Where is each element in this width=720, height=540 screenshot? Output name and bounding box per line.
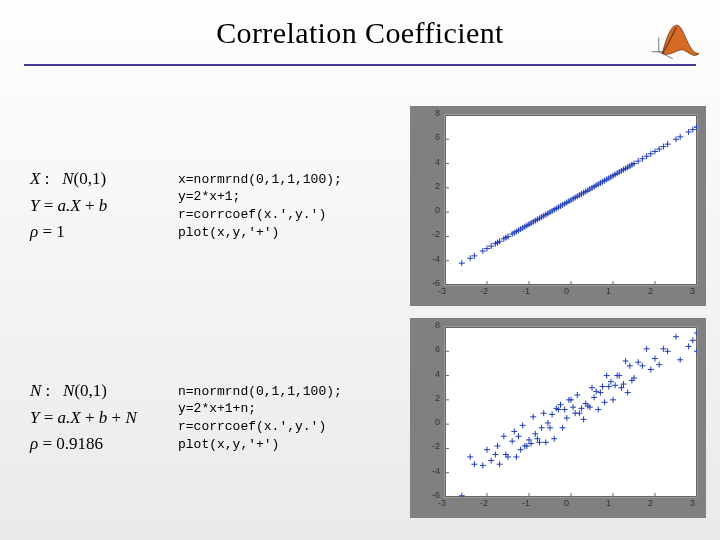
y-tick-label: 6 — [414, 344, 440, 354]
x-tick-label: 1 — [606, 286, 611, 296]
code-line: n=normrnd(0,1,1,100); — [178, 383, 398, 401]
x-tick-label: 0 — [564, 498, 569, 508]
y-tick-label: -6 — [414, 490, 440, 500]
y-tick-label: 2 — [414, 181, 440, 191]
code-block-2: n=normrnd(0,1,1,100); y=2*x+1+n; r=corrc… — [178, 383, 398, 453]
scatter-plot-1: -3-2-10123-6-4-202468 — [410, 106, 706, 306]
y-tick-label: -4 — [414, 254, 440, 264]
x-tick-label: -1 — [522, 498, 530, 508]
y-tick-label: 8 — [414, 320, 440, 330]
example-row-2: N : N(0,1) Y = a.X + b + N ρ = 0.9186 n=… — [30, 318, 706, 518]
x-tick-label: -2 — [480, 286, 488, 296]
slide: Correlation Coefficient X : N(0,1) Y = a… — [0, 0, 720, 540]
x-tick-label: 1 — [606, 498, 611, 508]
x-tick-label: 0 — [564, 286, 569, 296]
y-tick-label: -6 — [414, 278, 440, 288]
y-tick-label: 2 — [414, 393, 440, 403]
math-block-1: X : N(0,1) Y = a.X + b ρ = 1 — [30, 166, 166, 245]
plot-axes — [444, 326, 698, 498]
math-block-2: N : N(0,1) Y = a.X + b + N ρ = 0.9186 — [30, 378, 166, 457]
code-line: y=2*x+1+n; — [178, 400, 398, 418]
title-underline — [24, 64, 696, 66]
y-tick-label: 0 — [414, 205, 440, 215]
x-tick-label: 3 — [690, 286, 695, 296]
y-tick-label: 6 — [414, 132, 440, 142]
x-tick-label: 2 — [648, 286, 653, 296]
x-tick-label: 2 — [648, 498, 653, 508]
y-tick-label: 8 — [414, 108, 440, 118]
x-tick-label: 3 — [690, 498, 695, 508]
code-line: r=corrcoef(x.',y.') — [178, 418, 398, 436]
y-tick-label: 4 — [414, 157, 440, 167]
x-tick-label: -2 — [480, 498, 488, 508]
y-tick-label: 0 — [414, 417, 440, 427]
scatter-plot-2: -3-2-10123-6-4-202468 — [410, 318, 706, 518]
y-tick-label: -4 — [414, 466, 440, 476]
code-line: r=corrcoef(x.',y.') — [178, 206, 398, 224]
code-line: y=2*x+1; — [178, 188, 398, 206]
code-line: plot(x,y,'+') — [178, 224, 398, 242]
code-block-1: x=normrnd(0,1,1,100); y=2*x+1; r=corrcoe… — [178, 171, 398, 241]
slide-title: Correlation Coefficient — [0, 16, 720, 50]
y-tick-label: -2 — [414, 441, 440, 451]
code-line: plot(x,y,'+') — [178, 436, 398, 454]
plot-figure-bg: -3-2-10123-6-4-202468 — [410, 318, 706, 518]
code-line: x=normrnd(0,1,1,100); — [178, 171, 398, 189]
y-tick-label: -2 — [414, 229, 440, 239]
y-tick-label: 4 — [414, 369, 440, 379]
example-row-1: X : N(0,1) Y = a.X + b ρ = 1 x=normrnd(0… — [30, 106, 706, 306]
plot-figure-bg: -3-2-10123-6-4-202468 — [410, 106, 706, 306]
x-tick-label: -1 — [522, 286, 530, 296]
plot-axes — [444, 114, 698, 286]
svg-rect-186 — [446, 328, 697, 497]
